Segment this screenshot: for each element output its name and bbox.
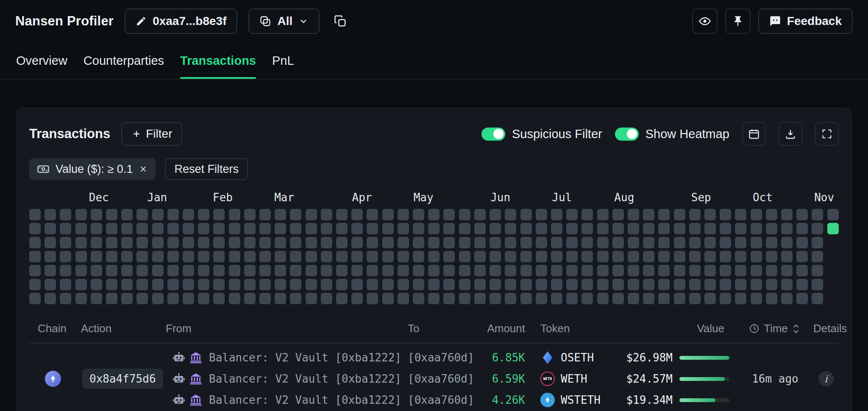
- heatmap-cell[interactable]: [428, 251, 440, 262]
- heatmap-cell[interactable]: [628, 209, 639, 220]
- heatmap-cell[interactable]: [351, 223, 363, 234]
- heatmap-cell[interactable]: [658, 265, 670, 276]
- heatmap-cell[interactable]: [259, 293, 271, 304]
- heatmap-cell[interactable]: [121, 209, 133, 220]
- heatmap-cell[interactable]: [106, 293, 117, 304]
- tab-pnl[interactable]: PnL: [272, 42, 294, 79]
- heatmap-cell[interactable]: [643, 293, 654, 304]
- heatmap-cell[interactable]: [796, 279, 808, 290]
- heatmap-cell[interactable]: [367, 265, 378, 276]
- heatmap-cell[interactable]: [551, 251, 562, 262]
- column-header-time[interactable]: Time: [737, 322, 805, 335]
- heatmap-cell[interactable]: [812, 251, 823, 262]
- heatmap-cell[interactable]: [213, 237, 225, 248]
- heatmap-cell[interactable]: [413, 237, 424, 248]
- heatmap-cell[interactable]: [459, 223, 470, 234]
- heatmap-cell[interactable]: [321, 251, 332, 262]
- heatmap-cell[interactable]: [75, 223, 87, 234]
- heatmap-cell[interactable]: [536, 223, 547, 234]
- heatmap-cell[interactable]: [581, 251, 593, 262]
- tab-transactions[interactable]: Transactions: [180, 42, 256, 79]
- heatmap-cell[interactable]: [812, 293, 823, 304]
- heatmap-cell[interactable]: [827, 209, 839, 220]
- heatmap-cell[interactable]: [735, 279, 746, 290]
- heatmap-cell[interactable]: [551, 265, 562, 276]
- heatmap-cell[interactable]: [106, 279, 117, 290]
- heatmap-cell[interactable]: [275, 293, 286, 304]
- heatmap-cell[interactable]: [505, 279, 516, 290]
- heatmap-cell[interactable]: [106, 223, 117, 234]
- heatmap-cell[interactable]: [306, 265, 317, 276]
- heatmap-cell[interactable]: [75, 209, 87, 220]
- heatmap-cell[interactable]: [505, 293, 516, 304]
- heatmap-cell[interactable]: [306, 237, 317, 248]
- value-filter-chip[interactable]: Value ($): ≥ 0.1: [29, 158, 156, 180]
- heatmap-cell[interactable]: [106, 251, 117, 262]
- heatmap-cell[interactable]: [60, 209, 71, 220]
- heatmap-cell[interactable]: [612, 223, 624, 234]
- heatmap-cell[interactable]: [136, 265, 148, 276]
- heatmap-cell[interactable]: [812, 237, 823, 248]
- heatmap-cell[interactable]: [106, 265, 117, 276]
- heatmap-cell[interactable]: [490, 293, 501, 304]
- reset-filters-button[interactable]: Reset Filters: [165, 158, 248, 180]
- heatmap-cell[interactable]: [290, 237, 301, 248]
- heatmap-cell[interactable]: [781, 209, 793, 220]
- heatmap-cell[interactable]: [275, 209, 286, 220]
- heatmap-cell[interactable]: [275, 251, 286, 262]
- heatmap-cell[interactable]: [183, 279, 194, 290]
- heatmap-cell[interactable]: [751, 209, 762, 220]
- heatmap-cell[interactable]: [796, 237, 808, 248]
- heatmap-cell[interactable]: [459, 279, 470, 290]
- heatmap-cell[interactable]: [735, 293, 746, 304]
- from-entry[interactable]: Balancer: V2 Vault [0xba1222]: [161, 368, 402, 389]
- tab-overview[interactable]: Overview: [16, 42, 67, 79]
- to-entry[interactable]: [0xaa760d]: [402, 368, 487, 389]
- heatmap-cell[interactable]: [121, 293, 133, 304]
- heatmap-cell[interactable]: [60, 237, 71, 248]
- heatmap-cell[interactable]: [398, 251, 409, 262]
- heatmap-cell[interactable]: [474, 237, 486, 248]
- heatmap-cell[interactable]: [91, 237, 102, 248]
- heatmap-cell[interactable]: [520, 209, 532, 220]
- heatmap-cell[interactable]: [398, 237, 409, 248]
- heatmap-cell[interactable]: [490, 265, 501, 276]
- heatmap-cell[interactable]: [351, 265, 363, 276]
- heatmap-cell[interactable]: [720, 265, 731, 276]
- heatmap-cell[interactable]: [259, 265, 271, 276]
- heatmap-cell[interactable]: [443, 237, 455, 248]
- heatmap-cell[interactable]: [566, 251, 578, 262]
- heatmap-cell[interactable]: [413, 209, 424, 220]
- heatmap-cell[interactable]: [704, 293, 716, 304]
- heatmap-cell[interactable]: [474, 209, 486, 220]
- heatmap-cell[interactable]: [321, 209, 332, 220]
- pin-button[interactable]: [725, 8, 751, 34]
- heatmap-cell[interactable]: [336, 209, 348, 220]
- heatmap-cell[interactable]: [597, 237, 609, 248]
- heatmap-cell[interactable]: [229, 279, 240, 290]
- heatmap-cell[interactable]: [290, 223, 301, 234]
- heatmap-cell[interactable]: [152, 209, 164, 220]
- heatmap-cell[interactable]: [735, 237, 746, 248]
- heatmap-cell[interactable]: [459, 293, 470, 304]
- heatmap-cell[interactable]: [796, 251, 808, 262]
- heatmap-cell[interactable]: [60, 293, 71, 304]
- heatmap-cell[interactable]: [152, 279, 164, 290]
- heatmap-cell[interactable]: [459, 237, 470, 248]
- heatmap-cell[interactable]: [290, 279, 301, 290]
- heatmap-cell[interactable]: [398, 279, 409, 290]
- heatmap-cell[interactable]: [398, 223, 409, 234]
- heatmap-cell[interactable]: [581, 293, 593, 304]
- heatmap-cell[interactable]: [628, 293, 639, 304]
- heatmap-cell[interactable]: [643, 223, 654, 234]
- heatmap-cell[interactable]: [29, 279, 41, 290]
- heatmap-cell[interactable]: [566, 209, 578, 220]
- heatmap-cell[interactable]: [336, 279, 348, 290]
- heatmap-cell[interactable]: [321, 237, 332, 248]
- heatmap-cell[interactable]: [367, 251, 378, 262]
- heatmap-cell[interactable]: [60, 265, 71, 276]
- heatmap-cell[interactable]: [213, 209, 225, 220]
- heatmap-cell[interactable]: [490, 223, 501, 234]
- heatmap-cell[interactable]: [306, 209, 317, 220]
- heatmap-cell[interactable]: [152, 293, 164, 304]
